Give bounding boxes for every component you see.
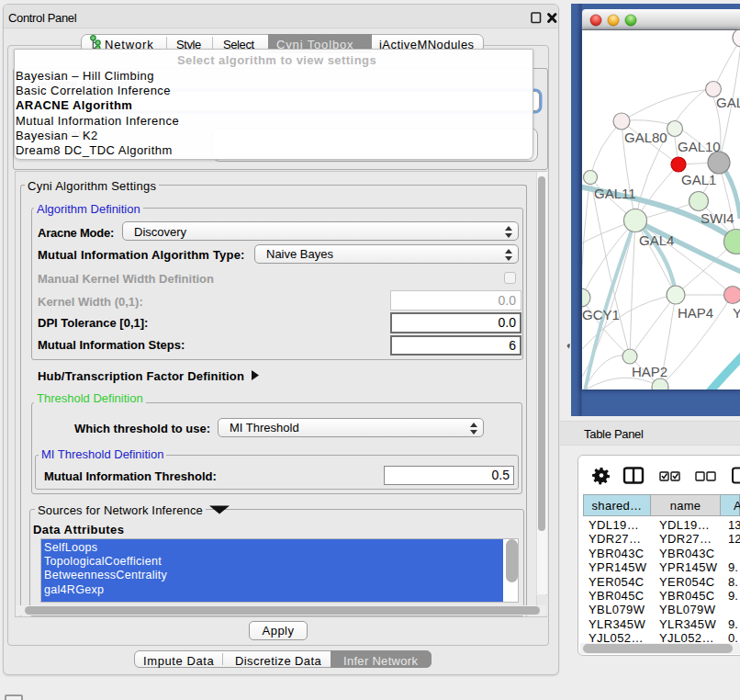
svg-text:GAL10: GAL10: [678, 139, 721, 154]
svg-text:GAL1: GAL1: [681, 172, 716, 187]
svg-text:HAP2: HAP2: [632, 364, 667, 379]
svg-text:GAL2: GAL2: [716, 95, 740, 110]
svg-text:HAP4: HAP4: [678, 305, 713, 321]
svg-text:SWI4: SWI4: [701, 210, 734, 226]
svg-text:GAL11: GAL11: [594, 186, 636, 201]
svg-text:GCY1: GCY1: [582, 307, 620, 322]
svg-text:GAL4: GAL4: [639, 232, 674, 248]
svg-text:GAL80: GAL80: [624, 130, 667, 145]
svg-text:Y: Y: [733, 305, 740, 321]
